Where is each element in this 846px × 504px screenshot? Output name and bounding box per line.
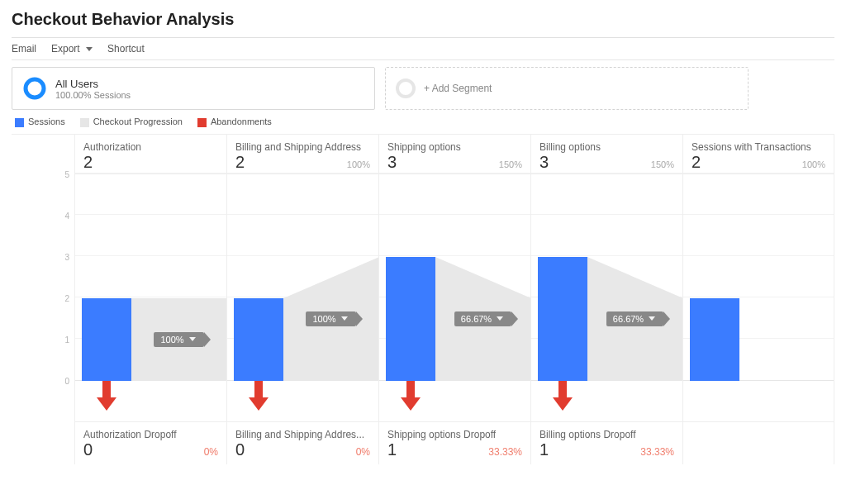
axis-tick: 3 bbox=[64, 252, 69, 261]
sessions-bar[interactable] bbox=[82, 298, 131, 381]
step-pct: 150% bbox=[651, 159, 674, 169]
step-name: Billing options bbox=[539, 141, 674, 153]
legend-sessions: Sessions bbox=[28, 116, 65, 126]
page-title: Checkout Behavior Analysis bbox=[12, 10, 834, 29]
step-value: 2 bbox=[83, 153, 93, 172]
progression-pill[interactable]: 100% bbox=[306, 311, 355, 326]
funnel-step[interactable]: Authorization2100%Authorization Dropoff0… bbox=[74, 135, 226, 464]
step-name: Authorization bbox=[83, 141, 218, 153]
dropoff-footer bbox=[683, 422, 834, 434]
axis-tick: 1 bbox=[64, 335, 69, 344]
sessions-bar[interactable] bbox=[386, 257, 435, 381]
dropoff-arrow-row bbox=[227, 381, 378, 422]
legend-swatch-sessions bbox=[15, 118, 24, 127]
toolbar-export-label: Export bbox=[51, 43, 80, 55]
dropoff-footer: Shipping options Dropoff133.33% bbox=[379, 422, 530, 464]
progression-panel[interactable]: 100% bbox=[131, 298, 226, 381]
toolbar-export[interactable]: Export bbox=[51, 43, 93, 55]
step-chart: 66.67% bbox=[531, 174, 682, 381]
legend-progression: Checkout Progression bbox=[93, 116, 183, 126]
dropoff-name: Shipping options Dropoff bbox=[387, 429, 522, 440]
chevron-down-icon bbox=[649, 316, 655, 321]
sessions-bar[interactable] bbox=[234, 298, 283, 381]
segment-title: All Users bbox=[55, 78, 131, 90]
step-header: Authorization2 bbox=[75, 135, 226, 174]
y-axis: 012345 bbox=[12, 135, 74, 464]
progression-pct: 100% bbox=[312, 314, 335, 324]
progression-pct: 66.67% bbox=[613, 314, 644, 324]
funnel-chart: 012345Authorization2100%Authorization Dr… bbox=[12, 134, 834, 464]
segments-row: All Users 100.00% Sessions + Add Segment bbox=[12, 67, 834, 110]
dropoff-name: Billing options Dropoff bbox=[539, 429, 674, 440]
sessions-bar[interactable] bbox=[538, 257, 587, 381]
legend: Sessions Checkout Progression Abandonmen… bbox=[15, 116, 834, 127]
legend-swatch-abandonments bbox=[197, 118, 207, 127]
funnel-step[interactable]: Billing options3150%66.67%Billing option… bbox=[530, 135, 682, 464]
dropoff-arrow-icon bbox=[399, 381, 422, 412]
toolbar-email[interactable]: Email bbox=[12, 43, 36, 55]
svg-rect-11 bbox=[558, 381, 567, 397]
dropoff-value: 0 bbox=[235, 440, 245, 459]
dropoff-pct: 33.33% bbox=[640, 446, 674, 458]
dropoff-pct: 0% bbox=[356, 446, 370, 458]
dropoff-arrow-icon bbox=[95, 381, 118, 412]
svg-rect-8 bbox=[406, 381, 415, 397]
dropoff-name: Authorization Dropoff bbox=[83, 429, 218, 440]
step-name: Billing and Shipping Address bbox=[235, 141, 370, 153]
progression-pct: 100% bbox=[160, 335, 183, 345]
dropoff-pct: 33.33% bbox=[488, 446, 522, 458]
dropoff-footer: Billing and Shipping Addres...00% bbox=[227, 422, 378, 464]
svg-marker-6 bbox=[249, 397, 269, 411]
funnel-step[interactable]: Sessions with Transactions2100% bbox=[682, 135, 834, 464]
step-name: Shipping options bbox=[387, 141, 522, 153]
progression-pill[interactable]: 66.67% bbox=[606, 311, 663, 326]
step-chart: 100% bbox=[75, 174, 226, 381]
toolbar-shortcut[interactable]: Shortcut bbox=[107, 43, 145, 55]
add-segment-label: + Add Segment bbox=[424, 83, 492, 94]
progression-panel[interactable]: 66.67% bbox=[587, 257, 682, 381]
step-name: Sessions with Transactions bbox=[692, 141, 825, 153]
svg-rect-5 bbox=[254, 381, 263, 397]
svg-rect-2 bbox=[102, 381, 111, 397]
dropoff-value: 1 bbox=[387, 440, 397, 459]
step-pct: 100% bbox=[802, 159, 825, 169]
sessions-bar[interactable] bbox=[690, 298, 739, 381]
chevron-down-icon bbox=[189, 337, 196, 341]
funnel-step[interactable]: Billing and Shipping Address2100%100%Bil… bbox=[226, 135, 378, 464]
legend-abandonments: Abandonments bbox=[211, 116, 272, 126]
step-header: Sessions with Transactions2100% bbox=[683, 135, 834, 174]
step-chart bbox=[683, 174, 834, 381]
funnel-step[interactable]: Shipping options3150%66.67%Shipping opti… bbox=[378, 135, 530, 464]
dropoff-name: Billing and Shipping Addres... bbox=[235, 429, 370, 440]
step-pct: 100% bbox=[347, 159, 370, 169]
step-value: 3 bbox=[539, 153, 549, 172]
dropoff-value: 0 bbox=[83, 440, 93, 459]
legend-swatch-progression bbox=[80, 118, 89, 127]
progression-pill[interactable]: 66.67% bbox=[454, 311, 511, 326]
axis-tick: 0 bbox=[64, 376, 69, 385]
step-chart: 100% bbox=[227, 174, 378, 381]
add-segment-button[interactable]: + Add Segment bbox=[385, 67, 749, 110]
dropoff-arrow-row bbox=[379, 381, 530, 422]
dropoff-footer: Billing options Dropoff133.33% bbox=[531, 422, 682, 464]
segment-subtitle: 100.00% Sessions bbox=[55, 90, 131, 100]
dropoff-value: 1 bbox=[539, 440, 549, 459]
dropoff-arrow-row bbox=[75, 381, 226, 422]
progression-pct: 66.67% bbox=[461, 314, 492, 324]
dropoff-pct: 0% bbox=[204, 446, 218, 458]
progression-panel[interactable]: 100% bbox=[283, 257, 378, 381]
dropoff-arrow-icon bbox=[247, 381, 270, 412]
step-value: 2 bbox=[235, 153, 245, 172]
axis-tick: 2 bbox=[64, 293, 69, 302]
chevron-down-icon bbox=[497, 316, 503, 321]
dropoff-arrow-icon bbox=[551, 381, 574, 412]
dropoff-arrow-row bbox=[531, 381, 682, 422]
segment-all-users[interactable]: All Users 100.00% Sessions bbox=[12, 67, 375, 110]
toolbar: Email Export Shortcut bbox=[12, 37, 834, 60]
progression-pill[interactable]: 100% bbox=[154, 332, 203, 347]
step-header: Billing and Shipping Address2100% bbox=[227, 135, 378, 174]
add-segment-ring-icon bbox=[396, 78, 416, 98]
progression-panel[interactable]: 66.67% bbox=[435, 257, 530, 381]
step-value: 3 bbox=[387, 153, 397, 172]
svg-marker-12 bbox=[553, 397, 573, 411]
